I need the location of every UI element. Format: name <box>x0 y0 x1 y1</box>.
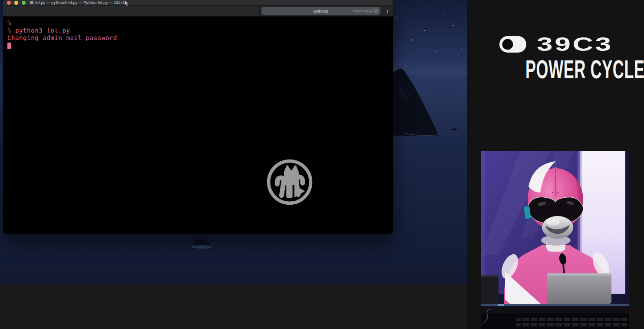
new-tab-button[interactable]: + <box>382 6 393 16</box>
desk <box>481 304 629 329</box>
close-button[interactable] <box>7 1 11 5</box>
terminal-cursor-line <box>7 42 393 50</box>
terminal-tab-2[interactable]: – <box>135 6 260 16</box>
desktop-screenshare: lol.py — python3 lol.py — Python lol.py … <box>0 0 467 284</box>
speaker-pink-ranger-illustration <box>481 151 629 329</box>
document-proxy-icon <box>30 1 33 4</box>
active-tab-label: python3 <box>314 9 328 13</box>
zoom-button[interactable] <box>22 1 26 5</box>
minimize-button[interactable] <box>14 1 18 5</box>
mouse-pointer-icon <box>124 0 129 7</box>
event-code: 39C3 <box>537 36 613 53</box>
terminal-screen[interactable]: % %python3 lol.py Changing admin mail pa… <box>3 17 393 234</box>
media-ccc-cat-play-logo-icon <box>266 158 314 206</box>
terminal-titlebar[interactable]: lol.py — python3 lol.py — Python lol.py … <box>3 0 393 6</box>
text-cursor <box>7 43 11 49</box>
new-tab-label: + <box>386 8 390 14</box>
letterbox-bottom <box>0 284 467 329</box>
keyboard <box>516 316 627 328</box>
active-tab-process: Python lol.py <box>353 9 373 13</box>
speaker-webcam <box>481 151 629 329</box>
terminal-line: Changing admin mail password <box>7 34 393 42</box>
terminal-window: lol.py — python3 lol.py — Python lol.py … <box>3 0 393 234</box>
stream-frame: lol.py — python3 lol.py — Python lol.py … <box>0 0 644 329</box>
terminal-line: %python3 lol.py <box>7 27 393 35</box>
terminal-tab-1[interactable]: – <box>3 6 135 16</box>
tab-1-label: – <box>68 9 70 13</box>
event-title: POWER CYCLES <box>525 57 609 82</box>
event-logo: 39C3 <box>499 35 635 54</box>
activity-spinner-icon <box>374 9 378 13</box>
terminal-line: % <box>7 19 393 27</box>
window-title: lol.py — python3 lol.py — Python lol.py … <box>35 0 127 6</box>
tab-2-label: – <box>196 9 198 13</box>
power-toggle-icon <box>499 36 526 53</box>
terminal-tab-active[interactable]: python3 Python lol.py <box>261 7 380 15</box>
terminal-tabbar: – – python3 Python lol.py <box>3 6 393 17</box>
